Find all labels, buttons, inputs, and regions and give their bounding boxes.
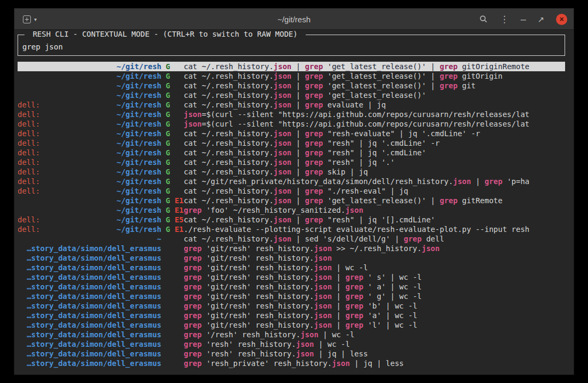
history-row[interactable]: ~/git/reshGcat ~/.resh_history.json | gr… (18, 71, 565, 81)
history-row[interactable]: dell:~/git/reshGcat ~/.resh_history.json… (18, 148, 565, 157)
query-match: grep (439, 81, 458, 90)
query-match: grep (184, 340, 202, 348)
history-row[interactable]: dell:~/git/reshG E5cat ~/.resh_history.j… (18, 215, 565, 224)
query-match: json (274, 101, 292, 109)
mode-title: RESH CLI - CONTEXTUAL MODE - (CTRL+R to … (24, 30, 306, 38)
history-row[interactable]: …story_data/simon/dell_erasmusgrep 'git/… (18, 311, 565, 320)
query-match: json (314, 254, 332, 262)
history-row[interactable]: dell:~/git/reshGjson=$(curl --silent "ht… (18, 110, 565, 119)
row-meta: dell:~/git/resh (18, 215, 161, 224)
host-label: dell: (18, 138, 40, 148)
query-match: grep (345, 292, 363, 301)
history-row[interactable]: …story_data/simon/dell_erasmusgrep 'resh… (18, 349, 565, 359)
command-text: json=$(curl --silent "https://api.github… (184, 119, 565, 129)
query-match: grep (184, 330, 202, 339)
command-text: grep 'git/resh' resh_history.json >> ~/.… (184, 244, 565, 253)
history-row[interactable]: …story_data/simon/dell_erasmusgrep 'git/… (18, 253, 565, 263)
command-text: grep 'git/resh' resh_history.json | grep… (184, 292, 565, 301)
restore-button[interactable]: ↗ (536, 14, 545, 24)
query-match: grep (184, 359, 202, 368)
history-row[interactable]: dell:~/git/reshGjson=$(curl --silent "ht… (18, 119, 565, 129)
row-meta: ~/git/resh (18, 62, 161, 71)
status-flag: G (166, 139, 170, 147)
row-flags: G (161, 167, 184, 177)
search-query-input[interactable]: grep json (22, 42, 560, 52)
row-flags: G E5 (161, 215, 184, 224)
history-row[interactable]: dell:~/git/reshGcat ~/.resh_history.json… (18, 138, 565, 148)
command-text: cat ~/.resh_history.json | grep "resh" |… (184, 148, 565, 157)
history-row[interactable]: dell:~/git/reshGcat ~/git/resh_private/h… (18, 177, 565, 186)
query-match: json (274, 158, 292, 166)
query-match: json (274, 72, 292, 80)
history-row[interactable]: ~cat ~/.resh_history.json | sed 's/dell/… (18, 234, 565, 244)
path-label: ~/git/resh (117, 120, 161, 128)
row-flags: G (161, 110, 184, 119)
history-row[interactable]: …story_data/simon/dell_erasmusgrep 'git/… (18, 244, 565, 253)
history-row[interactable]: …story_data/simon/dell_erasmusgrep 'resh… (18, 339, 565, 349)
history-row[interactable]: …story_data/simon/dell_erasmusgrep '/res… (18, 330, 565, 339)
query-match: grep (305, 148, 323, 157)
path-label: …story_data/simon/dell_erasmus (27, 330, 161, 339)
row-flags: G (161, 177, 184, 186)
history-row[interactable]: …story_data/simon/dell_erasmusgrep 'git/… (18, 292, 565, 301)
query-match: json (274, 91, 292, 99)
resh-mode-panel: RESH CLI - CONTEXTUAL MODE - (CTRL+R to … (18, 35, 565, 56)
path-label: ~/git/resh (117, 139, 161, 147)
history-row[interactable]: …story_data/simon/dell_erasmusgrep 'git/… (18, 282, 565, 292)
history-row-selected[interactable]: ~/git/reshGcat ~/.resh_history.json | gr… (18, 62, 565, 71)
row-meta: …story_data/simon/dell_erasmus (18, 311, 161, 320)
query-match: grep (184, 349, 202, 358)
history-row[interactable]: …story_data/simon/dell_erasmusgrep 'git/… (18, 301, 565, 311)
history-row[interactable]: dell:~/git/reshGcat ~/.resh_history.json… (18, 129, 565, 138)
path-label: …story_data/simon/dell_erasmus (27, 321, 161, 329)
history-row[interactable]: ~/git/reshG E1grep 'foo' ~/resh_history_… (18, 205, 565, 215)
query-match: grep (305, 139, 323, 147)
path-label: ~/git/resh (117, 215, 161, 224)
history-row[interactable]: …story_data/simon/dell_erasmusgrep 'git/… (18, 263, 565, 272)
host-label: dell: (18, 167, 40, 177)
minimize-button[interactable]: – (519, 13, 527, 25)
row-meta: …story_data/simon/dell_erasmus (18, 339, 161, 349)
row-meta: ~/git/resh (18, 90, 161, 100)
path-label: …story_data/simon/dell_erasmus (27, 244, 161, 253)
history-row[interactable]: dell:~/git/reshGcat ~/.resh_history.json… (18, 186, 565, 196)
menu-button[interactable]: ⋮ (499, 14, 510, 25)
status-flag: G (166, 148, 170, 157)
row-flags (161, 320, 184, 330)
row-flags: G E1 (161, 196, 184, 205)
row-meta: dell:~/git/resh (18, 177, 161, 186)
command-text: cat ~/.resh_history.json | grep "resh-ev… (184, 129, 565, 138)
row-meta: dell:~/git/resh (18, 100, 161, 110)
path-label: …story_data/simon/dell_erasmus (27, 311, 161, 320)
path-label: ~/git/resh (117, 101, 161, 109)
history-row[interactable]: dell:~/git/reshGcat ~/.resh_history.json… (18, 100, 565, 110)
history-row[interactable]: dell:~/git/reshGcat ~/.resh_history.json… (18, 167, 565, 177)
row-flags: G (161, 81, 184, 90)
query-match: grep (305, 158, 323, 166)
host-label: dell: (18, 186, 40, 196)
history-row[interactable]: dell:~/git/reshGcat ~/.resh_history.json… (18, 157, 565, 167)
row-meta: …story_data/simon/dell_erasmus (18, 349, 161, 359)
new-tab-button[interactable]: ▾ (20, 13, 40, 26)
history-row[interactable]: …story_data/simon/dell_erasmusgrep 'git/… (18, 272, 565, 282)
history-row[interactable]: dell:~/git/reshG E1./resh-evaluate --plo… (18, 224, 565, 234)
titlebar-left: ▾ (20, 9, 40, 30)
row-flags (161, 292, 184, 301)
row-flags: G (161, 62, 184, 71)
search-button[interactable] (478, 14, 489, 24)
history-row[interactable]: …story_data/simon/dell_erasmusgrep 'resh… (18, 359, 565, 368)
close-button[interactable]: × (556, 14, 567, 25)
history-row[interactable]: ~/git/reshGcat ~/.resh_history.json | gr… (18, 81, 565, 90)
command-text: grep 'foo' ~/resh_history_sanitized.json (184, 205, 565, 215)
command-text: cat ~/.resh_history.json | grep skip | j… (184, 167, 565, 177)
row-meta: ~/git/resh (18, 81, 161, 90)
history-row[interactable]: …story_data/simon/dell_erasmusgrep 'git/… (18, 320, 565, 330)
history-row[interactable]: ~/git/reshG E1cat ~/.resh_history.json |… (18, 196, 565, 205)
query-match: json (314, 282, 332, 291)
query-match: json (314, 273, 332, 281)
command-text: grep 'git/resh' resh_history.json | grep… (184, 320, 565, 330)
query-match: json (314, 321, 332, 329)
query-match: grep (305, 129, 323, 138)
query-match: json (345, 206, 363, 214)
history-row[interactable]: ~/git/reshGcat ~/.resh_history.json | gr… (18, 90, 565, 100)
